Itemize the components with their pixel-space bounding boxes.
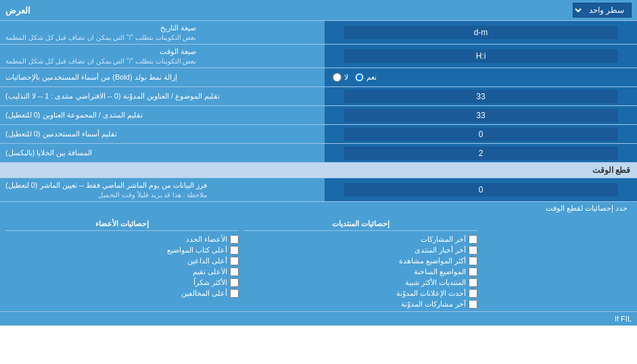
username-trim-input[interactable] xyxy=(344,128,618,141)
checkbox-col-members: إحصائيات الأعضاء الأعضاء الجدد أعلى كتاب… xyxy=(5,217,239,309)
time-cut-header: قطع الوقت xyxy=(0,163,637,178)
members-col-header: إحصائيات الأعضاء xyxy=(5,217,239,231)
subject-order-row: تقليم الموضوع / العناوين المدوّنة (0 -- … xyxy=(0,87,637,106)
checkbox-col-forums: إحصائيات المنتديات آخر المشاركات آخر أخب… xyxy=(244,217,477,309)
bold-radio-yes[interactable]: نعم xyxy=(355,73,377,82)
if-fil-text: If FIL xyxy=(0,311,637,326)
bold-remove-row: نعم لا إزالة نمط بولد (Bold) من أسماء ال… xyxy=(0,68,637,87)
forums-col-header: إحصائيات المنتديات xyxy=(244,217,477,231)
checkbox-top-rated[interactable]: الأعلى تقيم xyxy=(5,267,239,276)
checkbox-latest-announcements[interactable]: أحدث الإعلانات المدوّنة xyxy=(244,289,477,298)
forum-order-label: تقليم المنتدى / المجموعة العناوين (0 للت… xyxy=(0,106,325,124)
date-format-label: صيغة التاريخ بعض التكوينات يتطلب "/" الت… xyxy=(0,21,325,44)
checkbox-last-blog-posts[interactable]: آخر مشاركات المدوّنة xyxy=(244,300,477,309)
checkbox-col-label xyxy=(483,217,632,309)
top-header-row: سطر واحدسطرينثلاثة أسطر العرض xyxy=(0,0,637,21)
limit-row: حدد إحصائيات لقطع الوقت xyxy=(0,202,637,215)
forum-order-input-cell xyxy=(325,106,637,124)
bold-remove-label: إزالة نمط بولد (Bold) من أسماء المستخدمي… xyxy=(0,68,325,86)
display-select[interactable]: سطر واحدسطرينثلاثة أسطر xyxy=(573,3,632,18)
username-trim-row: تقليم أسماء المستخدمين (0 للتعطيل) xyxy=(0,125,637,144)
cell-spacing-input-cell xyxy=(325,144,637,162)
checkbox-most-thanked[interactable]: الأكثر شكراً xyxy=(5,278,239,287)
bold-radio-no[interactable]: لا xyxy=(333,73,348,82)
checkbox-top-violators[interactable]: أعلى المخالفين xyxy=(5,289,239,298)
time-format-input-cell xyxy=(325,45,637,68)
username-trim-label: تقليم أسماء المستخدمين (0 للتعطيل) xyxy=(0,125,325,143)
cell-spacing-input[interactable] xyxy=(344,147,618,160)
checkbox-forum-news[interactable]: آخر أخبار المنتدى xyxy=(244,246,477,255)
checkbox-new-members[interactable]: الأعضاء الجدد xyxy=(5,235,239,244)
checkbox-last-posts[interactable]: آخر المشاركات xyxy=(244,235,477,244)
time-cut-filter-label: فرز البيانات من يوم الماشر الماضي فقط --… xyxy=(0,178,325,201)
time-cut-filter-row: فرز البيانات من يوم الماشر الماضي فقط --… xyxy=(0,178,637,202)
cell-spacing-row: المسافة بين الخلايا (بالبكسل) xyxy=(0,144,637,163)
subject-order-input-cell xyxy=(325,87,637,105)
time-format-label: صيغة الوقت بعض التكوينات يتطلب "/" التي … xyxy=(0,45,325,68)
cell-spacing-label: المسافة بين الخلايا (بالبكسل) xyxy=(0,144,325,162)
forum-order-row: تقليم المنتدى / المجموعة العناوين (0 للت… xyxy=(0,106,637,125)
checkbox-top-inviters[interactable]: أعلى الداعين xyxy=(5,257,239,265)
date-format-row: صيغة التاريخ بعض التكوينات يتطلب "/" الت… xyxy=(0,21,637,45)
time-cut-filter-input-cell xyxy=(325,178,637,201)
date-format-input[interactable] xyxy=(344,26,618,39)
time-cut-filter-input[interactable] xyxy=(344,183,618,197)
checkbox-most-viewed[interactable]: أكثر المواضيع مشاهدة xyxy=(244,257,477,265)
forum-order-input[interactable] xyxy=(344,109,618,122)
bold-radio-cell: نعم لا xyxy=(325,68,637,86)
subject-order-label: تقليم الموضوع / العناوين المدوّنة (0 -- … xyxy=(0,87,325,105)
subject-order-input[interactable] xyxy=(344,90,618,103)
display-label: العرض xyxy=(5,5,30,16)
time-format-input[interactable] xyxy=(344,49,618,63)
checkbox-hot-topics[interactable]: المواضيع الساخنة xyxy=(244,267,477,276)
time-format-row: صيغة الوقت بعض التكوينات يتطلب "/" التي … xyxy=(0,45,637,68)
date-format-input-cell xyxy=(325,21,637,44)
checkbox-most-similar[interactable]: المنتديات الأكثر شبية xyxy=(244,278,477,287)
checkbox-top-topic-writers[interactable]: أعلى كتاب المواضيع xyxy=(5,246,239,255)
checkboxes-container: إحصائيات المنتديات آخر المشاركات آخر أخب… xyxy=(0,215,637,311)
username-trim-input-cell xyxy=(325,125,637,143)
